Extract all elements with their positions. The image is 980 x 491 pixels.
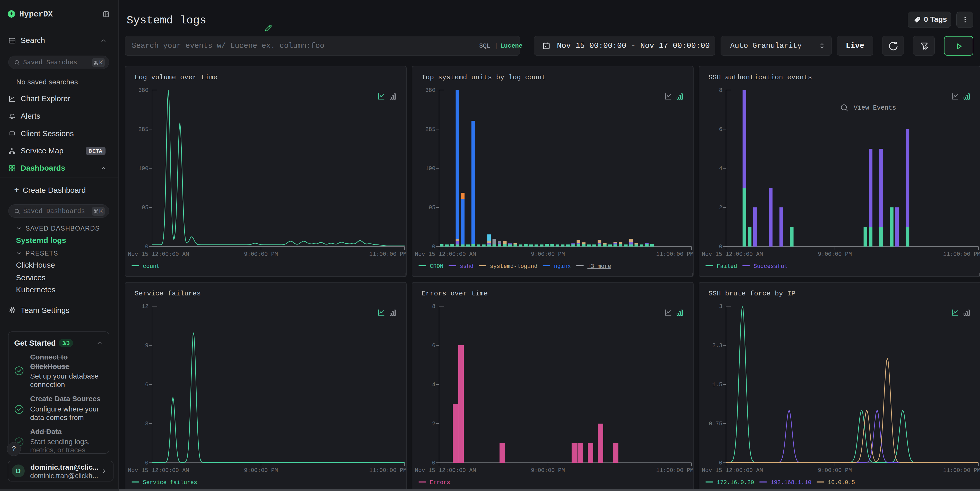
svg-text:sshd: sshd (460, 263, 474, 270)
svg-text:8: 8 (432, 303, 436, 310)
svg-text:192.168.1.10: 192.168.1.10 (770, 480, 811, 486)
svg-text:6: 6 (432, 343, 436, 349)
svg-text:View Events: View Events (854, 104, 896, 112)
svg-text:+3 more: +3 more (587, 263, 611, 270)
svg-text:0: 0 (719, 460, 722, 466)
svg-text:Nov 15 12:00:00 AM: Nov 15 12:00:00 AM (702, 467, 763, 474)
svg-text:nginx: nginx (554, 263, 571, 270)
svg-text:count: count (143, 263, 160, 270)
svg-text:190: 190 (425, 165, 436, 172)
svg-text:Nov 15 12:00:00 AM: Nov 15 12:00:00 AM (415, 467, 476, 474)
svg-text:95: 95 (142, 205, 148, 211)
svg-text:9:00:00 PM: 9:00:00 PM (818, 251, 852, 257)
svg-text:285: 285 (425, 126, 436, 133)
svg-text:6: 6 (719, 126, 722, 133)
svg-text:systemd-logind: systemd-logind (490, 263, 538, 270)
svg-text:3: 3 (719, 303, 722, 310)
svg-text:9:00:00 PM: 9:00:00 PM (531, 467, 565, 474)
svg-text:9:00:00 PM: 9:00:00 PM (531, 251, 565, 257)
svg-text:9:00:00 PM: 9:00:00 PM (244, 251, 278, 257)
svg-text:3: 3 (145, 421, 148, 427)
svg-text:11:00:00 PM: 11:00:00 PM (943, 467, 980, 474)
svg-text:95: 95 (429, 205, 436, 211)
svg-text:172.16.0.20: 172.16.0.20 (717, 480, 754, 486)
svg-text:285: 285 (138, 126, 148, 133)
svg-text:0.75: 0.75 (709, 421, 722, 427)
svg-text:1.5: 1.5 (712, 381, 722, 388)
svg-text:Nov 15 12:00:00 AM: Nov 15 12:00:00 AM (415, 251, 476, 257)
svg-text:380: 380 (425, 87, 436, 94)
svg-text:190: 190 (138, 165, 148, 172)
svg-text:0: 0 (145, 460, 148, 466)
svg-text:2: 2 (719, 205, 722, 211)
svg-text:9:00:00 PM: 9:00:00 PM (244, 467, 278, 474)
svg-text:Service failures: Service failures (143, 480, 197, 486)
svg-text:Failed: Failed (717, 263, 737, 270)
svg-text:11:00:00 PM: 11:00:00 PM (656, 467, 693, 474)
svg-text:11:00:00 PM: 11:00:00 PM (369, 467, 406, 474)
svg-text:Nov 15 12:00:00 AM: Nov 15 12:00:00 AM (128, 467, 189, 474)
svg-text:0: 0 (432, 244, 436, 250)
svg-text:CRON: CRON (430, 263, 444, 270)
svg-text:12: 12 (142, 303, 148, 310)
svg-text:0: 0 (719, 244, 722, 250)
svg-text:Nov 15 12:00:00 AM: Nov 15 12:00:00 AM (702, 251, 763, 257)
svg-text:11:00:00 PM: 11:00:00 PM (656, 251, 693, 257)
svg-text:Errors: Errors (430, 480, 450, 486)
svg-text:2: 2 (432, 421, 436, 427)
svg-text:2.3: 2.3 (712, 343, 722, 349)
svg-text:10.0.0.5: 10.0.0.5 (828, 480, 855, 486)
svg-text:6: 6 (145, 381, 148, 388)
svg-text:11:00:00 PM: 11:00:00 PM (369, 251, 406, 257)
svg-text:0: 0 (145, 244, 148, 250)
svg-text:0: 0 (432, 460, 436, 466)
svg-text:11:00:00 PM: 11:00:00 PM (943, 251, 980, 257)
svg-text:Nov 15 12:00:00 AM: Nov 15 12:00:00 AM (128, 251, 189, 257)
svg-text:8: 8 (719, 87, 722, 94)
svg-text:9:00:00 PM: 9:00:00 PM (818, 467, 852, 474)
svg-text:4: 4 (719, 165, 722, 172)
svg-text:9: 9 (145, 343, 148, 349)
svg-text:4: 4 (432, 381, 436, 388)
svg-text:Successful: Successful (754, 263, 788, 270)
svg-text:380: 380 (138, 87, 148, 94)
